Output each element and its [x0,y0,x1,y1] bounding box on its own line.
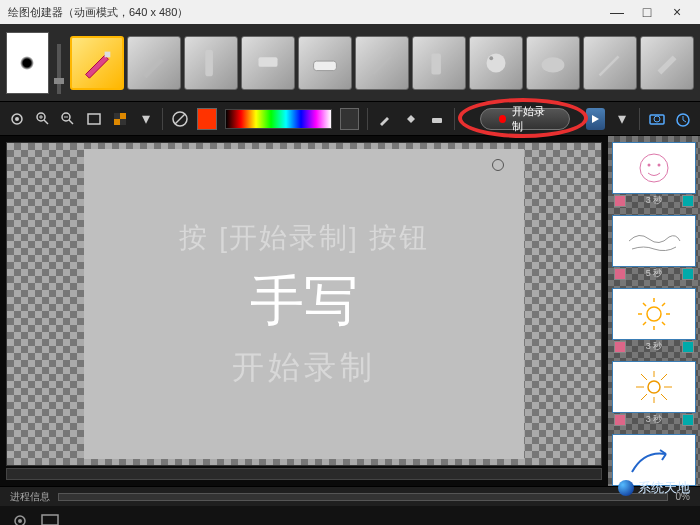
work-area: 按 [开始录制] 按钮 手写 开始录制 3 秒 5 秒 3 秒 3 秒 3 秒 [0,136,700,486]
svg-rect-2 [259,57,278,67]
hint-text-1: 按 [开始录制] 按钮 [179,219,428,257]
record-button[interactable]: 开始录制 [480,108,569,130]
svg-point-27 [18,519,22,523]
brush-pencil2[interactable] [583,36,637,90]
brush-toolbar [0,24,700,102]
svg-rect-14 [114,113,120,119]
camera-icon[interactable] [648,109,666,129]
brush-airbrush[interactable] [640,36,694,90]
chevron-down-icon[interactable]: ▾ [137,109,155,129]
color-block[interactable] [340,108,360,130]
eraser-icon[interactable] [428,109,446,129]
timer-icon[interactable] [674,109,692,129]
close-button[interactable]: × [662,4,692,20]
brush-eraser[interactable] [298,36,352,90]
foreground-color[interactable] [197,108,217,130]
badge-icon [682,414,694,426]
brush-preview [6,32,49,94]
brush-crayon[interactable] [127,36,181,90]
svg-rect-15 [120,119,126,125]
brush-pencil[interactable] [70,36,124,90]
brush-spray[interactable] [469,36,523,90]
frame-duration: 5 秒 [646,267,663,280]
svg-point-23 [658,164,661,167]
fitscreen-icon[interactable] [85,109,103,129]
record-label: 开始录制 [512,104,550,134]
svg-rect-17 [432,118,442,123]
svg-point-25 [648,381,660,393]
title-bar: 绘图创建器（动画模式，640 x 480） — □ × [0,0,700,24]
svg-point-5 [487,53,506,72]
frame-thumb[interactable]: 5 秒 [612,215,696,282]
frame-thumb[interactable]: 3 秒 [612,361,696,428]
svg-rect-4 [431,53,441,74]
brush-size-slider[interactable] [53,32,67,94]
frame-thumb[interactable]: 3 秒 [612,288,696,355]
hint-text-3: 开始录制 [232,346,376,390]
chevron-down-icon[interactable]: ▾ [613,109,631,129]
progress-bar [58,493,668,501]
no-fill-icon[interactable] [171,109,189,129]
svg-rect-3 [314,61,337,71]
brush-marker[interactable] [184,36,238,90]
badge-icon [682,268,694,280]
brush-highlighter[interactable] [412,36,466,90]
svg-point-24 [647,307,661,321]
minimize-button[interactable]: — [602,4,632,20]
svg-point-9 [15,117,19,121]
badge-icon [614,341,626,353]
brush-watercolor[interactable] [526,36,580,90]
svg-rect-0 [105,51,111,57]
settings-icon[interactable] [8,109,26,129]
maximize-button[interactable]: □ [632,4,662,20]
play-button[interactable] [586,108,606,130]
badge-icon [682,195,694,207]
frame-thumb[interactable]: 3 秒 [612,434,696,486]
color-spectrum[interactable] [225,109,332,129]
bucket-icon[interactable] [402,109,420,129]
frames-panel[interactable]: 3 秒 5 秒 3 秒 3 秒 3 秒 [608,136,700,486]
frame-duration: 3 秒 [646,194,663,207]
bottom-toolbar [0,506,700,525]
badge-icon [614,195,626,207]
eyedropper-icon[interactable] [376,109,394,129]
svg-rect-12 [88,114,100,124]
progress-bar-row: 进程信息 0% [0,486,700,506]
record-dot-icon [499,115,506,123]
options-toolbar: ▾ 开始录制 ▾ [0,102,700,136]
progress-percent: 0% [676,491,690,502]
hint-text-2: 手写 [250,265,358,338]
zoom-out-icon[interactable] [59,109,77,129]
frame-duration: 3 秒 [646,413,663,426]
cursor-icon [492,159,504,171]
brush-chalk[interactable] [241,36,295,90]
svg-rect-28 [42,515,58,525]
zoom-in-icon[interactable] [34,109,52,129]
badge-icon [614,268,626,280]
frame-thumb[interactable]: 3 秒 [612,142,696,209]
frame-duration: 3 秒 [646,340,663,353]
settings-gear-icon[interactable] [10,511,30,525]
horizontal-scrollbar[interactable] [6,468,602,480]
badge-icon [614,414,626,426]
svg-point-7 [542,57,565,72]
drawing-canvas[interactable]: 按 [开始录制] 按钮 手写 开始录制 [84,149,524,459]
svg-point-6 [489,56,493,60]
canvas-viewport[interactable]: 按 [开始录制] 按钮 手写 开始录制 [6,142,602,466]
svg-rect-1 [205,49,213,76]
monitor-icon[interactable] [40,511,60,525]
window-title: 绘图创建器（动画模式，640 x 480） [8,5,188,20]
brush-pen[interactable] [355,36,409,90]
progress-label: 进程信息 [10,490,50,504]
svg-point-19 [654,116,660,122]
badge-icon [682,341,694,353]
background-icon[interactable] [111,109,129,129]
svg-point-21 [640,154,668,182]
svg-point-22 [648,164,651,167]
